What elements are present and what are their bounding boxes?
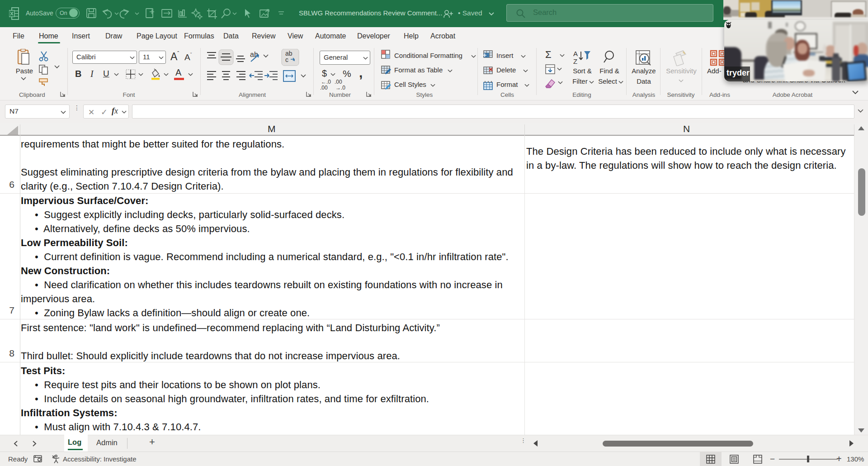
svg-text:c: c <box>285 56 288 63</box>
svg-text:→.0: →.0 <box>335 85 345 90</box>
svg-text:ab: ab <box>250 51 258 58</box>
svg-text:.00: .00 <box>335 79 342 85</box>
svg-text:A: A <box>573 50 578 57</box>
svg-text:Z: Z <box>573 57 577 65</box>
svg-text:.00: .00 <box>320 85 328 90</box>
svg-text:←.0: ←.0 <box>321 79 331 85</box>
